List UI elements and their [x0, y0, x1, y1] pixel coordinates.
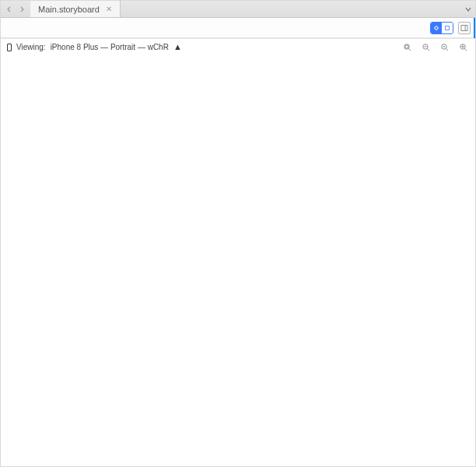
nav-back-button[interactable]	[4, 4, 15, 15]
tab-title: Main.storyboard	[38, 5, 100, 14]
svg-point-6	[404, 44, 409, 48]
constraint-mode-toggle[interactable]	[430, 22, 453, 34]
warning-icon[interactable]: ▲	[173, 43, 182, 51]
panel-toggle-button[interactable]	[458, 22, 471, 34]
zoom-reset-button[interactable]	[439, 43, 450, 52]
nav-buttons	[1, 1, 30, 17]
toggle-left-icon	[431, 23, 442, 33]
designer-toolbar	[1, 18, 475, 38]
svg-line-16	[464, 48, 467, 51]
svg-line-10	[427, 48, 429, 51]
svg-line-7	[408, 48, 411, 51]
tab-overflow-button[interactable]	[461, 1, 475, 17]
nav-forward-button[interactable]	[16, 4, 27, 15]
svg-point-0	[435, 26, 438, 30]
tab-bar: Main.storyboard ✕	[1, 1, 475, 18]
toggle-right-icon	[442, 23, 453, 33]
device-icon	[7, 44, 12, 51]
zoom-out-button[interactable]	[421, 43, 432, 52]
zoom-fit-button[interactable]	[402, 43, 413, 52]
device-label: iPhone 8 Plus — Portrait — wChR	[51, 43, 169, 51]
close-icon[interactable]: ✕	[106, 5, 112, 13]
status-footer: Viewing: iPhone 8 Plus — Portrait — wChR…	[1, 38, 475, 55]
svg-point-14	[443, 46, 445, 47]
zoom-controls	[402, 43, 469, 52]
svg-rect-8	[405, 45, 408, 48]
active-panel-indicator	[474, 18, 475, 38]
zoom-in-button[interactable]	[458, 43, 469, 52]
viewing-prefix: Viewing:	[16, 43, 46, 51]
svg-line-13	[446, 48, 448, 51]
tab-main-storyboard[interactable]: Main.storyboard ✕	[30, 1, 121, 17]
svg-rect-1	[446, 26, 450, 30]
svg-rect-2	[461, 25, 467, 30]
